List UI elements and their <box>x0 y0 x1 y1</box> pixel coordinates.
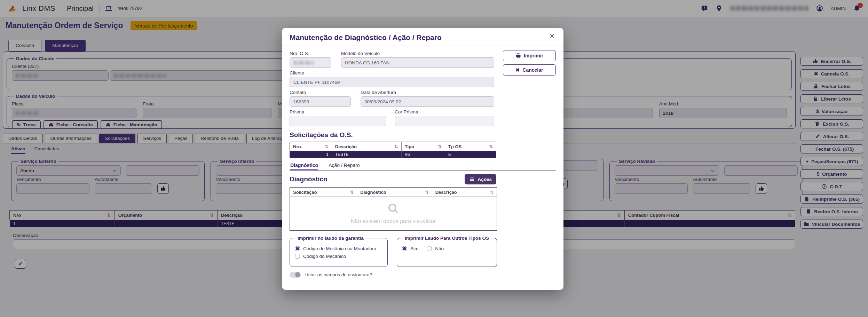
nro-os-field <box>290 57 331 68</box>
outros-tipos-legend: Imprimir Laudo Para Outros Tipos OS <box>403 236 491 241</box>
garantia-legend: Imprimir no laudo da garantia <box>295 236 366 241</box>
column-header-tipo[interactable]: Tipo⇅ <box>401 142 445 151</box>
cell-tipo: V6 <box>401 151 445 158</box>
cell-nro: 1 <box>290 151 332 158</box>
imprimir-label: Imprimir <box>524 53 543 58</box>
radio-nao[interactable]: Não <box>427 246 444 251</box>
modal-actions: Imprimir ✖ Cancelar <box>503 50 556 76</box>
cor-prisma-label: Cor Prisma <box>395 109 494 114</box>
sort-icon[interactable]: ⇅ <box>325 144 329 149</box>
tab-acao-reparo[interactable]: Ação / Reparo <box>329 163 360 168</box>
radio-input[interactable] <box>295 254 300 259</box>
solicitacoes-os-title: Solicitações da O.S. <box>290 131 556 139</box>
assinatura-toggle[interactable] <box>290 272 301 278</box>
diagnostico-table: Solicitação⇅ Diagnóstico⇅ Descrição⇅ Não… <box>290 187 497 231</box>
radio-codigo-mecanico[interactable]: Código do Mecânico <box>295 254 382 259</box>
modal-fields: Nro. O.S. Modelo do Veículo HONDA CG 160… <box>290 49 496 126</box>
modelo-veiculo-field: HONDA CG 160 FAN <box>341 57 494 68</box>
cancelar-label: Cancelar <box>522 67 543 73</box>
radio-label: Não <box>435 246 444 251</box>
table-header-row: Solicitação⇅ Diagnóstico⇅ Descrição⇅ <box>290 188 497 197</box>
cor-prisma-field[interactable] <box>395 116 494 126</box>
sort-icon[interactable]: ⇅ <box>425 190 429 195</box>
imprimir-button[interactable]: Imprimir <box>503 50 556 61</box>
cell-descricao: TESTE <box>332 151 401 158</box>
modal-title: Manutenção de Diagnóstico / Ação / Repar… <box>290 33 556 42</box>
assinatura-toggle-row: Listar os campos de assinatura? <box>290 272 556 278</box>
column-header-descricao[interactable]: Descrição⇅ <box>332 142 401 151</box>
close-icon[interactable]: × <box>547 31 557 40</box>
contato-label: Contato <box>290 90 351 95</box>
radio-input[interactable] <box>295 246 300 251</box>
column-header-nro[interactable]: Nro.⇅ <box>290 142 332 151</box>
print-options: Imprimir no laudo da garantia Código do … <box>290 236 556 267</box>
sort-icon[interactable]: ⇅ <box>489 144 493 149</box>
diagnostico-modal: Manutenção de Diagnóstico / Ação / Repar… <box>282 28 563 290</box>
prisma-label: Prisma <box>290 109 386 114</box>
modelo-veiculo-label: Modelo do Veículo <box>341 51 494 56</box>
acoes-button[interactable]: Ações <box>465 174 496 184</box>
data-abertura-field: 30/09/2024 09:02 <box>361 96 494 107</box>
column-header-descricao[interactable]: Descrição⇅ <box>432 188 497 197</box>
sort-icon[interactable]: ⇅ <box>350 190 354 195</box>
sort-icon[interactable]: ⇅ <box>438 144 442 149</box>
toggle-knob <box>295 272 300 277</box>
redacted-value <box>293 61 314 65</box>
outros-tipos-fieldset: Imprimir Laudo Para Outros Tipos OS Sim … <box>397 236 497 267</box>
diagnostico-title: Diagnóstico <box>290 175 328 183</box>
modal-solicitacoes-table: Nro.⇅ Descrição⇅ Tipo⇅ Tp OS⇅ 1 TESTE V6… <box>290 142 496 158</box>
empty-state-text: Não existem dados para visualizar <box>351 218 436 224</box>
data-abertura-label: Data de Abertura <box>361 90 494 95</box>
printer-icon <box>515 53 521 58</box>
column-header-diagnostico[interactable]: Diagnóstico⇅ <box>357 188 432 197</box>
radio-sim[interactable]: Sim <box>402 246 418 251</box>
modal-body: Imprimir ✖ Cancelar Nro. O.S. Modelo do … <box>282 46 563 278</box>
cliente-label: Cliente <box>290 70 494 76</box>
radio-label: Sim <box>410 246 418 251</box>
nro-os-label: Nro. O.S. <box>290 51 331 56</box>
contato-field: 162393 <box>290 96 351 107</box>
application-window: Linx DMS Principal menu 70780 <box>0 0 868 317</box>
diagnostico-header: Diagnóstico Ações <box>290 174 496 184</box>
radio-input[interactable] <box>402 246 407 251</box>
magnifier-icon <box>387 203 399 216</box>
sort-icon[interactable]: ⇅ <box>490 190 494 195</box>
detail-tabs: Diagnóstico Ação / Reparo <box>290 163 556 171</box>
acoes-label: Ações <box>478 177 492 182</box>
radio-label: Código do Mecânico na Montadora <box>303 246 376 251</box>
column-header-solicitacao[interactable]: Solicitação⇅ <box>290 188 357 197</box>
garantia-fieldset: Imprimir no laudo da garantia Código do … <box>290 236 388 267</box>
tab-diagnostico[interactable]: Diagnóstico <box>290 163 318 168</box>
cancelar-button[interactable]: ✖ Cancelar <box>503 64 556 76</box>
radio-input[interactable] <box>427 246 432 251</box>
table-header-row: Nro.⇅ Descrição⇅ Tipo⇅ Tp OS⇅ <box>290 142 496 151</box>
cliente-field: CLIENTE PF 1107469 <box>290 77 494 87</box>
table-row-selected[interactable]: 1 TESTE V6 E <box>290 151 496 158</box>
hamburger-icon <box>469 176 475 182</box>
sort-icon[interactable]: ⇅ <box>394 144 398 149</box>
assinatura-label: Listar os campos de assinatura? <box>305 272 372 277</box>
radio-label: Código do Mecânico <box>303 254 346 259</box>
cell-tp-os: E <box>445 151 496 158</box>
column-header-tp-os[interactable]: Tp OS⇅ <box>445 142 496 151</box>
modal-header: Manutenção de Diagnóstico / Ação / Repar… <box>282 28 563 46</box>
radio-codigo-montadora[interactable]: Código do Mecânico na Montadora <box>295 246 382 251</box>
empty-state: Não existem dados para visualizar <box>290 197 497 230</box>
prisma-field[interactable] <box>290 116 386 126</box>
x-mark-icon: ✖ <box>516 68 520 72</box>
